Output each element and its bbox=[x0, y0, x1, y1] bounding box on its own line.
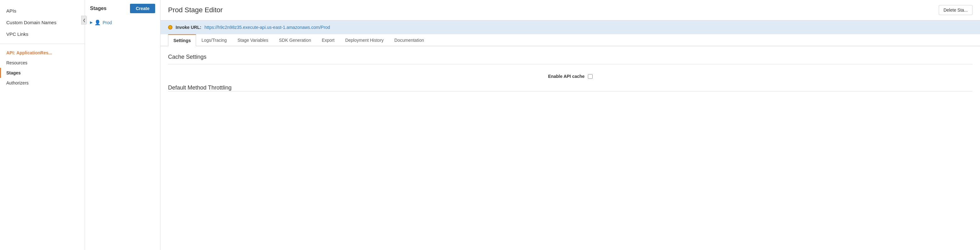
main-header: Prod Stage Editor Delete Sta... bbox=[161, 0, 980, 21]
sidebar-divider bbox=[0, 44, 85, 44]
invoke-url-banner: Invoke URL: https://h9c2n98z35.execute-a… bbox=[161, 21, 980, 34]
sidebar-collapse-handle[interactable]: ❮ bbox=[81, 16, 87, 24]
enable-api-cache-checkbox[interactable] bbox=[588, 74, 593, 79]
stage-person-icon: 👤 bbox=[94, 19, 101, 25]
tab-settings[interactable]: Settings bbox=[168, 34, 196, 46]
stages-title: Stages bbox=[90, 6, 107, 11]
stages-panel: Stages Create ▶ 👤 Prod bbox=[85, 0, 161, 250]
create-stage-button[interactable]: Create bbox=[130, 4, 155, 13]
stages-header: Stages Create bbox=[85, 4, 160, 17]
sidebar-item-resources[interactable]: Resources bbox=[0, 58, 85, 68]
settings-content: Cache Settings Enable API cache Default … bbox=[161, 46, 980, 250]
default-method-throttling-title: Default Method Throttling bbox=[168, 84, 972, 91]
tab-documentation[interactable]: Documentation bbox=[389, 34, 429, 46]
throttling-divider bbox=[168, 91, 972, 92]
tab-logs-tracing[interactable]: Logs/Tracing bbox=[196, 34, 232, 46]
api-label: API: ApplicationRes... bbox=[0, 48, 85, 58]
invoke-dot-icon bbox=[168, 25, 172, 30]
sidebar-item-custom-domain-names[interactable]: Custom Domain Names bbox=[0, 17, 85, 28]
tab-stage-variables[interactable]: Stage Variables bbox=[232, 34, 274, 46]
delete-stage-button[interactable]: Delete Sta... bbox=[939, 5, 972, 15]
enable-api-cache-row: Enable API cache bbox=[168, 71, 972, 82]
cache-settings-title: Cache Settings bbox=[168, 54, 972, 60]
page-title: Prod Stage Editor bbox=[168, 6, 223, 14]
tab-deployment-history[interactable]: Deployment History bbox=[340, 34, 389, 46]
stage-item-prod[interactable]: ▶ 👤 Prod bbox=[85, 17, 160, 28]
sidebar-item-stages[interactable]: Stages bbox=[0, 68, 85, 78]
sidebar: APIs Custom Domain Names VPC Links API: … bbox=[0, 0, 85, 250]
invoke-label: Invoke URL: bbox=[176, 25, 201, 30]
sidebar-item-authorizers[interactable]: Authorizers bbox=[0, 78, 85, 88]
enable-api-cache-label: Enable API cache bbox=[548, 74, 584, 79]
stage-arrow-icon: ▶ bbox=[90, 21, 92, 24]
api-name[interactable]: ApplicationRes... bbox=[16, 50, 52, 55]
collapse-icon: ❮ bbox=[83, 18, 86, 22]
api-prefix: API: bbox=[6, 50, 15, 55]
invoke-url-link[interactable]: https://h9c2n98z35.execute-api.us-east-1… bbox=[205, 25, 330, 30]
sidebar-item-apis[interactable]: APIs bbox=[0, 5, 85, 17]
tabs-bar: Settings Logs/Tracing Stage Variables SD… bbox=[161, 34, 980, 46]
main-content: Prod Stage Editor Delete Sta... Invoke U… bbox=[161, 0, 980, 250]
sidebar-item-vpc-links[interactable]: VPC Links bbox=[0, 28, 85, 40]
tab-export[interactable]: Export bbox=[316, 34, 340, 46]
stage-label-prod: Prod bbox=[103, 20, 112, 25]
tab-sdk-generation[interactable]: SDK Generation bbox=[274, 34, 316, 46]
